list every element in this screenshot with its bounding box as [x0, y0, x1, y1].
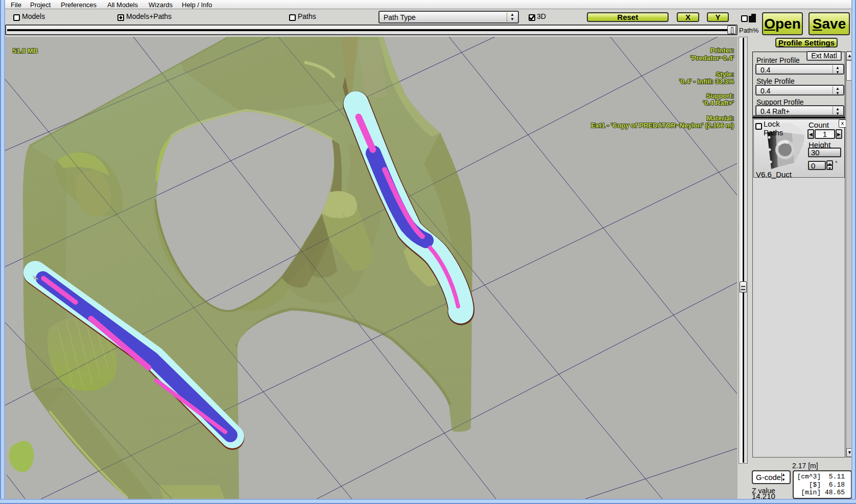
svg-text:Support:: Support:	[706, 92, 734, 100]
svg-text:'Predator~0.4': 'Predator~0.4'	[691, 54, 734, 62]
svg-text:Ext1 - 'Copy of PREDATOR~Neylo: Ext1 - 'Copy of PREDATOR~Neylon' (2.166 …	[591, 122, 734, 129]
svg-text:'0.4 Raft+': '0.4 Raft+'	[703, 99, 734, 107]
svg-text:51.8 MB: 51.8 MB	[13, 47, 38, 55]
svg-text:Printer:: Printer:	[710, 46, 734, 54]
svg-text:'0.4' - Infill: 33.3%: '0.4' - Infill: 33.3%	[679, 78, 734, 85]
svg-text:Style:: Style:	[716, 70, 734, 78]
svg-text:Material:: Material:	[707, 114, 734, 122]
